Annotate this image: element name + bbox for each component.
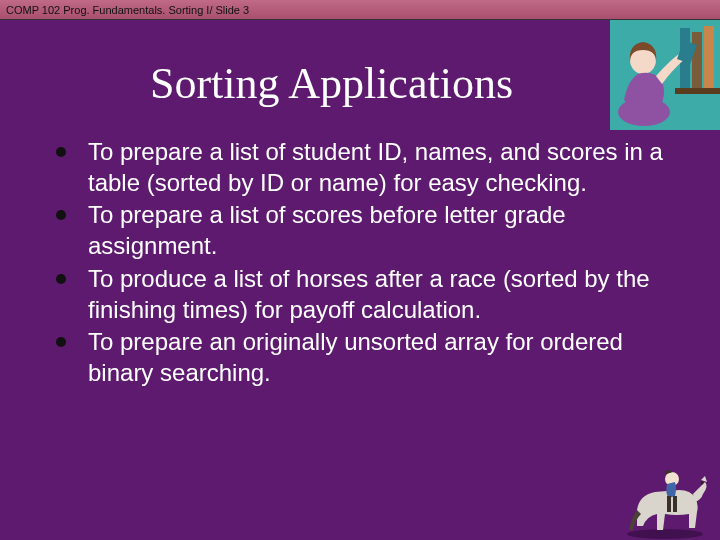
svg-rect-3	[704, 26, 714, 88]
bullet-item: To produce a list of horses after a race…	[50, 264, 680, 325]
bullet-item: To prepare a list of student ID, names, …	[50, 137, 680, 198]
svg-rect-2	[692, 32, 702, 88]
bullet-text: To prepare an originally unsorted array …	[88, 328, 623, 386]
header-bar: COMP 102 Prog. Fundamentals. Sorting I/ …	[0, 0, 720, 20]
svg-point-8	[627, 529, 703, 539]
svg-rect-4	[675, 88, 720, 94]
header-text: COMP 102 Prog. Fundamentals. Sorting I/ …	[6, 4, 249, 16]
librarian-illustration	[610, 20, 720, 130]
svg-rect-11	[673, 496, 677, 512]
content-area: To prepare a list of student ID, names, …	[50, 137, 680, 389]
bullet-text: To prepare a list of student ID, names, …	[88, 138, 663, 196]
bullet-text: To produce a list of horses after a race…	[88, 265, 650, 323]
bullet-list: To prepare a list of student ID, names, …	[50, 137, 680, 389]
bullet-text: To prepare a list of scores before lette…	[88, 201, 566, 259]
bullet-item: To prepare an originally unsorted array …	[50, 327, 680, 388]
svg-point-12	[701, 482, 704, 485]
svg-rect-10	[667, 496, 671, 512]
bullet-item: To prepare a list of scores before lette…	[50, 200, 680, 261]
horse-illustration	[617, 450, 712, 540]
